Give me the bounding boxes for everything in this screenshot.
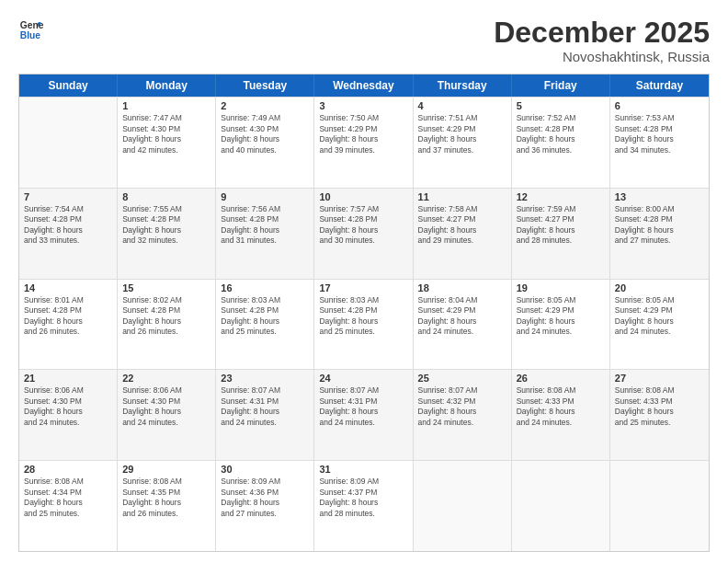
day-number: 31 <box>319 464 407 475</box>
day-number: 14 <box>24 282 112 293</box>
cell-info-line: and 37 minutes. <box>418 145 506 155</box>
day-number: 23 <box>221 373 309 384</box>
cell-info-line: and 32 minutes. <box>122 236 210 246</box>
cell-info-line: Sunset: 4:29 PM <box>517 305 605 316</box>
cell-info-line: Sunrise: 8:07 AM <box>418 385 506 396</box>
cell-info-line: Daylight: 8 hours <box>319 407 407 417</box>
cell-info-line: and 26 minutes. <box>122 509 210 519</box>
cell-info-line: Daylight: 8 hours <box>319 225 407 236</box>
cell-info-line: Sunrise: 7:57 AM <box>319 204 407 214</box>
day-number: 20 <box>615 282 704 293</box>
calendar-cell <box>414 461 512 551</box>
calendar-cell: 20Sunrise: 8:05 AMSunset: 4:29 PMDayligh… <box>610 280 709 370</box>
day-number: 6 <box>615 100 704 111</box>
day-number: 8 <box>122 191 210 202</box>
day-number: 21 <box>24 373 112 384</box>
day-number: 22 <box>122 373 210 384</box>
day-number: 13 <box>615 191 704 202</box>
cell-info-line: and 24 minutes. <box>418 327 506 337</box>
cell-info-line: Sunset: 4:31 PM <box>319 396 407 407</box>
cell-info-line: Sunset: 4:30 PM <box>122 396 210 407</box>
cell-info-line: Sunset: 4:33 PM <box>517 396 605 407</box>
cell-info-line: Sunrise: 8:07 AM <box>221 385 309 396</box>
cell-info-line: Sunset: 4:33 PM <box>615 396 704 407</box>
day-number: 3 <box>319 100 407 111</box>
cell-info-line: and 24 minutes. <box>517 327 605 337</box>
cell-info-line: Daylight: 8 hours <box>517 134 605 144</box>
calendar-cell: 13Sunrise: 8:00 AMSunset: 4:28 PMDayligh… <box>610 189 709 279</box>
cell-info-line: Daylight: 8 hours <box>221 134 309 144</box>
day-number: 1 <box>122 100 210 111</box>
cell-info-line: Sunrise: 8:05 AM <box>517 295 605 305</box>
calendar-cell: 15Sunrise: 8:02 AMSunset: 4:28 PMDayligh… <box>118 280 216 370</box>
cell-info-line: Sunset: 4:30 PM <box>24 396 112 407</box>
day-number: 4 <box>418 100 506 111</box>
calendar-cell: 6Sunrise: 7:53 AMSunset: 4:28 PMDaylight… <box>610 98 709 188</box>
calendar-row: 28Sunrise: 8:08 AMSunset: 4:34 PMDayligh… <box>19 460 709 551</box>
calendar-cell: 3Sunrise: 7:50 AMSunset: 4:29 PMDaylight… <box>314 98 413 188</box>
cell-info-line: Daylight: 8 hours <box>319 134 407 144</box>
cell-info-line: Daylight: 8 hours <box>418 225 506 236</box>
cell-info-line: Daylight: 8 hours <box>319 316 407 327</box>
calendar-cell: 26Sunrise: 8:08 AMSunset: 4:33 PMDayligh… <box>512 370 610 460</box>
cell-info-line: Sunset: 4:28 PM <box>122 214 210 224</box>
cell-info-line: Sunrise: 7:52 AM <box>517 113 605 123</box>
day-number: 28 <box>24 464 112 475</box>
calendar-cell: 19Sunrise: 8:05 AMSunset: 4:29 PMDayligh… <box>512 280 610 370</box>
cell-info-line: Sunrise: 8:08 AM <box>24 477 112 487</box>
cell-info-line: Daylight: 8 hours <box>517 407 605 417</box>
cell-info-line: Daylight: 8 hours <box>615 225 704 236</box>
calendar-cell: 18Sunrise: 8:04 AMSunset: 4:29 PMDayligh… <box>414 280 512 370</box>
cell-info-line: Sunset: 4:28 PM <box>615 214 704 224</box>
cell-info-line: Daylight: 8 hours <box>24 407 112 417</box>
cell-info-line: Sunset: 4:31 PM <box>221 396 309 407</box>
cell-info-line: and 25 minutes. <box>24 509 112 519</box>
calendar-cell: 31Sunrise: 8:09 AMSunset: 4:37 PMDayligh… <box>314 461 413 551</box>
cell-info-line: Sunrise: 8:09 AM <box>221 477 309 487</box>
location-subtitle: Novoshakhtinsk, Russia <box>494 49 710 64</box>
calendar-header: SundayMondayTuesdayWednesdayThursdayFrid… <box>19 75 709 97</box>
cell-info-line: Sunrise: 7:56 AM <box>221 204 309 214</box>
calendar-cell: 27Sunrise: 8:08 AMSunset: 4:33 PMDayligh… <box>610 370 709 460</box>
day-number: 26 <box>517 373 605 384</box>
cell-info-line: Daylight: 8 hours <box>122 225 210 236</box>
logo: General Blue <box>18 17 44 42</box>
cell-info-line: and 33 minutes. <box>24 236 112 246</box>
calendar-cell: 23Sunrise: 8:07 AMSunset: 4:31 PMDayligh… <box>216 370 314 460</box>
cell-info-line: Sunrise: 8:01 AM <box>24 295 112 305</box>
cell-info-line: Daylight: 8 hours <box>221 316 309 327</box>
calendar-cell: 7Sunrise: 7:54 AMSunset: 4:28 PMDaylight… <box>19 189 118 279</box>
calendar-cell: 1Sunrise: 7:47 AMSunset: 4:30 PMDaylight… <box>118 98 216 188</box>
cell-info-line: Sunrise: 7:51 AM <box>418 113 506 123</box>
calendar-cell <box>512 461 610 551</box>
day-number: 9 <box>221 191 309 202</box>
cell-info-line: Daylight: 8 hours <box>122 316 210 327</box>
month-title: December 2025 <box>494 17 710 49</box>
cell-info-line: and 24 minutes. <box>221 418 309 428</box>
calendar-row: 1Sunrise: 7:47 AMSunset: 4:30 PMDaylight… <box>19 97 709 188</box>
weekday-header: Saturday <box>610 75 709 97</box>
cell-info-line: and 29 minutes. <box>418 236 506 246</box>
cell-info-line: Daylight: 8 hours <box>221 407 309 417</box>
cell-info-line: Sunrise: 8:02 AM <box>122 295 210 305</box>
cell-info-line: Sunset: 4:37 PM <box>319 488 407 498</box>
calendar-cell: 9Sunrise: 7:56 AMSunset: 4:28 PMDaylight… <box>216 189 314 279</box>
cell-info-line: Daylight: 8 hours <box>122 407 210 417</box>
cell-info-line: and 42 minutes. <box>122 145 210 155</box>
cell-info-line: Sunrise: 8:03 AM <box>221 295 309 305</box>
cell-info-line: and 24 minutes. <box>517 418 605 428</box>
calendar-row: 21Sunrise: 8:06 AMSunset: 4:30 PMDayligh… <box>19 369 709 460</box>
cell-info-line: and 28 minutes. <box>319 509 407 519</box>
weekday-header: Friday <box>512 75 610 97</box>
header: General Blue December 2025 Novoshakhtins… <box>18 17 710 64</box>
calendar-cell: 8Sunrise: 7:55 AMSunset: 4:28 PMDaylight… <box>118 189 216 279</box>
calendar-cell: 12Sunrise: 7:59 AMSunset: 4:27 PMDayligh… <box>512 189 610 279</box>
day-number: 10 <box>319 191 407 202</box>
cell-info-line: Daylight: 8 hours <box>418 316 506 327</box>
calendar-cell: 16Sunrise: 8:03 AMSunset: 4:28 PMDayligh… <box>216 280 314 370</box>
cell-info-line: and 28 minutes. <box>517 236 605 246</box>
cell-info-line: Sunset: 4:27 PM <box>418 214 506 224</box>
calendar-cell <box>19 98 118 188</box>
calendar-cell: 22Sunrise: 8:06 AMSunset: 4:30 PMDayligh… <box>118 370 216 460</box>
cell-info-line: and 27 minutes. <box>221 509 309 519</box>
